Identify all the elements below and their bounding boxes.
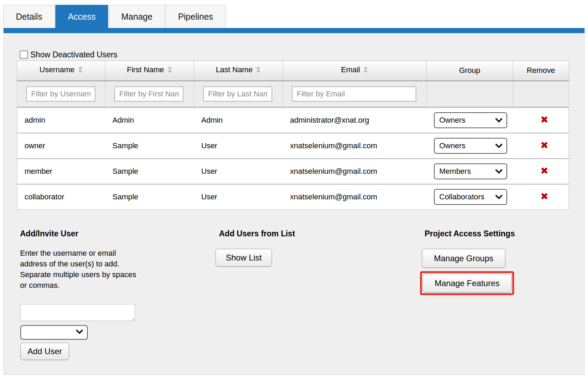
first-name-cell: Sample: [105, 184, 194, 210]
lower-sections: Add/Invite User Enter the username or em…: [17, 229, 584, 360]
table-header-row: Username First Name Last Name Email Grou…: [17, 61, 569, 81]
group-select[interactable]: Members: [434, 163, 507, 179]
email-cell: administrator@xnat.org: [283, 107, 427, 133]
description-line: address of the user(s) to add.: [20, 258, 216, 269]
column-header-label: Group: [459, 66, 480, 75]
tab-manage[interactable]: Manage: [109, 5, 165, 28]
column-header-label: Remove: [527, 66, 555, 75]
filter-first-name-input[interactable]: [114, 86, 183, 102]
users-table: Username First Name Last Name Email Grou…: [17, 60, 569, 210]
table-row: collaborator Sample User xnatselenium@gm…: [17, 184, 569, 210]
sort-icon: [363, 66, 368, 76]
column-header-username[interactable]: Username: [17, 61, 105, 81]
add-invite-description: Enter the username or email address of t…: [17, 248, 216, 291]
column-header-group: Group: [427, 61, 513, 81]
invite-group-select[interactable]: [20, 325, 88, 340]
tab-details[interactable]: Details: [3, 5, 55, 28]
last-name-cell: User: [194, 159, 283, 184]
first-name-cell: Sample: [105, 159, 194, 184]
group-select[interactable]: Owners: [434, 138, 507, 154]
show-deactivated-checkbox[interactable]: [20, 50, 28, 59]
column-header-label: First Name: [127, 65, 164, 74]
show-list-button[interactable]: Show List: [216, 249, 272, 267]
column-header-last-name[interactable]: Last Name: [194, 61, 283, 81]
last-name-cell: User: [194, 133, 283, 159]
filter-row: [17, 81, 569, 107]
description-line: Enter the username or email: [20, 248, 216, 258]
project-access-page: Details Access Manage Pipelines Show Dea…: [0, 0, 588, 378]
column-header-label: Last Name: [216, 65, 253, 74]
highlight-annotation-box: Manage Features: [420, 271, 514, 295]
manage-groups-button[interactable]: Manage Groups: [422, 249, 505, 268]
first-name-cell: Admin: [105, 107, 194, 133]
filter-remove-cell: [513, 81, 569, 107]
email-cell: xnatselenium@gmail.com: [283, 159, 427, 184]
show-deactivated-row: Show Deactivated Users: [20, 50, 584, 59]
column-header-email[interactable]: Email: [283, 61, 427, 81]
section-title: Project Access Settings: [421, 229, 515, 238]
remove-user-button[interactable]: ✖: [540, 192, 548, 201]
add-invite-user-section: Add/Invite User Enter the username or em…: [17, 229, 216, 360]
last-name-cell: User: [194, 184, 283, 210]
filter-last-name-input[interactable]: [203, 86, 272, 102]
column-header-label: Username: [39, 65, 74, 74]
tab-bar: Details Access Manage Pipelines: [0, 0, 588, 28]
table-row: owner Sample User xnatselenium@gmail.com…: [17, 133, 569, 159]
manage-features-button[interactable]: Manage Features: [423, 274, 512, 293]
show-deactivated-label: Show Deactivated Users: [30, 50, 117, 59]
filter-username-input[interactable]: [26, 86, 95, 102]
sort-icon: [78, 66, 83, 76]
invite-users-textarea[interactable]: [20, 304, 135, 321]
group-select[interactable]: Collaborators: [434, 189, 507, 205]
first-name-cell: Sample: [105, 133, 194, 159]
sort-icon: [167, 66, 172, 76]
tab-access[interactable]: Access: [55, 5, 108, 28]
add-users-from-list-section: Add Users from List Show List: [216, 229, 421, 360]
tab-pipelines[interactable]: Pipelines: [165, 5, 225, 28]
email-cell: xnatselenium@gmail.com: [283, 133, 427, 159]
remove-user-button[interactable]: ✖: [540, 166, 548, 176]
filter-email-input[interactable]: [292, 86, 416, 102]
filter-group-cell: [427, 81, 513, 107]
sort-icon: [256, 66, 261, 76]
section-title: Add Users from List: [216, 229, 421, 238]
description-line: Separate multiple users by spaces: [20, 269, 216, 280]
username-cell: owner: [17, 133, 105, 159]
email-cell: xnatselenium@gmail.com: [283, 184, 427, 210]
remove-user-button[interactable]: ✖: [540, 141, 548, 150]
column-header-first-name[interactable]: First Name: [105, 61, 194, 81]
last-name-cell: Admin: [194, 107, 283, 133]
add-user-button[interactable]: Add User: [20, 343, 69, 360]
column-header-label: Email: [341, 65, 360, 74]
project-access-settings-section: Project Access Settings Manage Groups Ma…: [421, 229, 584, 360]
remove-user-button[interactable]: ✖: [540, 115, 548, 125]
table-row: member Sample User xnatselenium@gmail.co…: [17, 159, 569, 184]
description-line: or commas.: [20, 280, 216, 291]
column-header-remove: Remove: [513, 61, 569, 81]
username-cell: collaborator: [17, 184, 105, 210]
active-tab-accent-bar: [3, 28, 585, 33]
group-select[interactable]: Owners: [434, 112, 507, 128]
username-cell: admin: [17, 107, 105, 133]
table-row: admin Admin Admin administrator@xnat.org…: [17, 107, 569, 133]
access-tab-panel: Show Deactivated Users Username First Na…: [3, 33, 585, 375]
username-cell: member: [17, 159, 105, 184]
section-title: Add/Invite User: [17, 229, 216, 238]
